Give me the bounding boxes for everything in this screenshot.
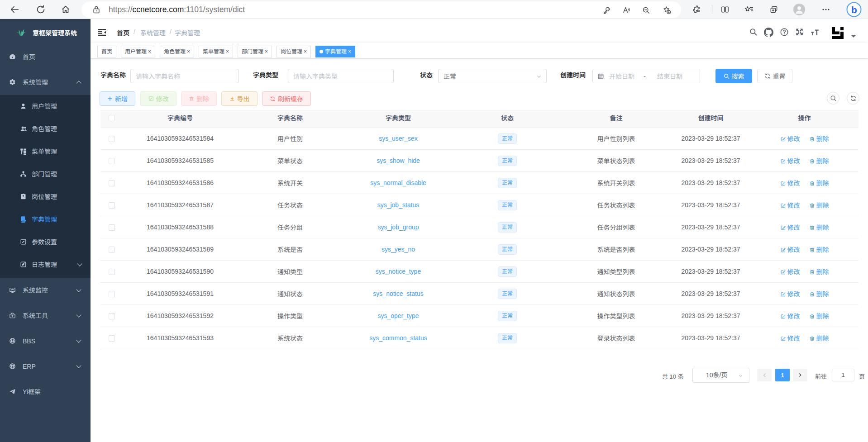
svg-text:b: b [851, 5, 857, 15]
